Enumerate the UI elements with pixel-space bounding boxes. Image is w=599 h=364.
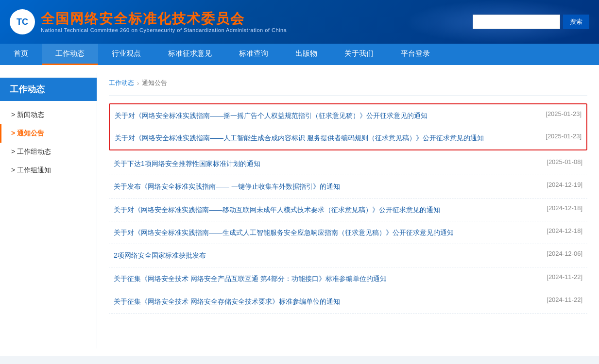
news-item-0[interactable]: 关于下达1项网络安全推荐性国家标准计划的通知 [2025-01-08] — [109, 152, 587, 175]
main-nav: 首页 工作动态 行业观点 标准征求意见 标准查询 出版物 关于我们 平台登录 — [0, 44, 599, 65]
news-title[interactable]: 关于对《网络安全标准实践指南——移动互联网未成年人模式技术要求（征求意见稿）》公… — [114, 204, 539, 215]
main-content: 工作动态 › 通知公告 关于对《网络安全标准实践指南——摇一摇广告个人权益规范指… — [97, 73, 599, 348]
sidebar-title: 工作动态 — [0, 78, 97, 101]
news-date: [2024-12-19] — [547, 181, 582, 188]
highlighted-news-group: 关于对《网络安全标准实践指南——摇一摇广告个人权益规范指引（征求意见稿）》公开征… — [109, 103, 587, 150]
nav-item-work[interactable]: 工作动态 — [42, 44, 98, 65]
header: TC 全国网络安全标准化技术委员会 National Technical Com… — [0, 0, 599, 44]
logo-text: 全国网络安全标准化技术委员会 National Technical Commit… — [41, 11, 287, 33]
news-title[interactable]: 2项网络安全国家标准获批发布 — [114, 250, 539, 261]
news-date: [2024-11-22] — [547, 273, 582, 281]
content-area: 工作动态 > 新闻动态 > 通知公告 > 工作组动态 > 工作组通知 工作动态 … — [0, 65, 599, 356]
news-item-2[interactable]: 关于对《网络安全标准实践指南——移动互联网未成年人模式技术要求（征求意见稿）》公… — [109, 199, 587, 221]
nav-item-standards[interactable]: 标准征求意见 — [154, 44, 225, 65]
nav-item-industry[interactable]: 行业观点 — [98, 44, 154, 65]
search-button[interactable]: 搜索 — [563, 15, 589, 29]
breadcrumb-current: 通知公告 — [142, 79, 167, 87]
news-title[interactable]: 关于征集《网络安全技术 网络安全产品互联互通 第4部分：功能接口》标准参编单位的… — [114, 273, 539, 284]
nav-item-query[interactable]: 标准查询 — [225, 44, 282, 65]
sidebar-item-group-notice[interactable]: > 工作组通知 — [0, 161, 97, 180]
breadcrumb: 工作动态 › 通知公告 — [109, 73, 587, 96]
news-title[interactable]: 关于下达1项网络安全推荐性国家标准计划的通知 — [114, 158, 539, 169]
news-date: [2024-11-22] — [547, 296, 582, 303]
sidebar-item-group-news[interactable]: > 工作组动态 — [0, 143, 97, 161]
news-date: [2025-01-08] — [547, 158, 582, 165]
nav-item-publications[interactable]: 出版物 — [282, 44, 331, 65]
sidebar: 工作动态 > 新闻动态 > 通知公告 > 工作组动态 > 工作组通知 — [0, 73, 97, 348]
logo-area: TC 全国网络安全标准化技术委员会 National Technical Com… — [10, 9, 287, 34]
search-input[interactable] — [473, 15, 560, 29]
news-list: 关于对《网络安全标准实践指南——摇一摇广告个人权益规范指引（征求意见稿）》公开征… — [109, 103, 587, 314]
news-item-4[interactable]: 2项网络安全国家标准获批发布 [2024-12-06] — [109, 244, 587, 267]
news-date: [2024-12-18] — [547, 227, 582, 234]
news-item-3[interactable]: 关于对《网络安全标准实践指南——生成式人工智能服务安全应急响应指南（征求意见稿）… — [109, 221, 587, 244]
news-item-highlighted-0[interactable]: 关于对《网络安全标准实践指南——摇一摇广告个人权益规范指引（征求意见稿）》公开征… — [110, 104, 586, 127]
news-date: [2024-12-18] — [547, 204, 582, 212]
logo-badge: TC — [10, 9, 35, 34]
sidebar-item-news[interactable]: > 新闻动态 — [0, 106, 97, 124]
breadcrumb-sep: › — [137, 80, 139, 87]
search-area: 搜索 — [473, 15, 589, 29]
news-item-highlighted-1[interactable]: 关于对《网络安全标准实践指南——人工智能生成合成内容标识 服务提供者编码规则（征… — [110, 127, 586, 149]
site-title: 全国网络安全标准化技术委员会 — [41, 11, 287, 27]
news-title[interactable]: 关于对《网络安全标准实践指南——摇一摇广告个人权益规范指引（征求意见稿）》公开征… — [115, 110, 538, 121]
news-title[interactable]: 关于征集《网络安全技术 网络安全存储安全技术要求》标准参编单位的通知 — [114, 296, 539, 307]
news-item-5[interactable]: 关于征集《网络安全技术 网络安全产品互联互通 第4部分：功能接口》标准参编单位的… — [109, 267, 587, 290]
news-title[interactable]: 关于对《网络安全标准实践指南——人工智能生成合成内容标识 服务提供者编码规则（征… — [115, 132, 538, 143]
breadcrumb-link[interactable]: 工作动态 — [109, 79, 134, 87]
nav-item-about[interactable]: 关于我们 — [331, 44, 387, 65]
site-subtitle: National Technical Committee 260 on Cybe… — [41, 27, 287, 33]
news-title[interactable]: 关于发布《网络安全标准实践指南—— 一键停止收集车外数据指引》的通知 — [114, 181, 539, 192]
news-item-1[interactable]: 关于发布《网络安全标准实践指南—— 一键停止收集车外数据指引》的通知 [2024… — [109, 175, 587, 198]
nav-item-platform[interactable]: 平台登录 — [387, 44, 444, 65]
sidebar-item-notice[interactable]: > 通知公告 — [0, 124, 97, 143]
news-date: [2025-01-23] — [546, 132, 582, 140]
news-item-6[interactable]: 关于征集《网络安全技术 网络安全存储安全技术要求》标准参编单位的通知 [2024… — [109, 290, 587, 313]
news-date: [2024-12-06] — [547, 250, 582, 257]
news-date: [2025-01-23] — [546, 110, 582, 117]
news-title[interactable]: 关于对《网络安全标准实践指南——生成式人工智能服务安全应急响应指南（征求意见稿）… — [114, 227, 539, 238]
nav-item-home[interactable]: 首页 — [0, 44, 42, 65]
